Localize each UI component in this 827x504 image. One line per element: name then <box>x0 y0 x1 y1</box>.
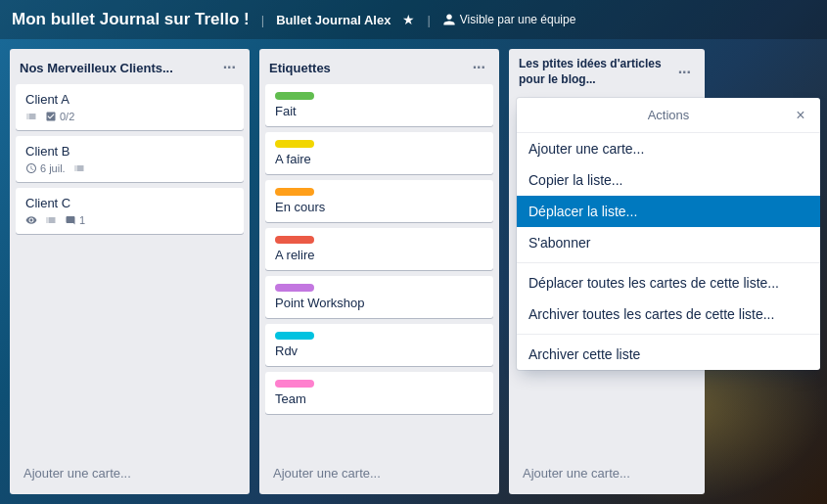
label-team-bar <box>275 380 314 388</box>
list-etiquettes: Etiquettes ··· Fait A faire En cours A r… <box>259 49 499 494</box>
label-rdv-name: Rdv <box>275 344 483 358</box>
description-icon-b <box>73 162 85 174</box>
list-clients: Nos Merveilleux Clients... ··· Client A … <box>10 49 250 494</box>
visibility-label: Visible par une équipe <box>442 13 576 26</box>
label-afaire-bar <box>275 140 314 148</box>
label-team-name: Team <box>275 391 483 406</box>
board-name: Bullet Journal Alex <box>276 13 391 27</box>
actions-popup-title: Actions <box>648 108 690 122</box>
label-arelire-bar <box>275 236 314 244</box>
card-client-c-title: Client C <box>25 196 234 210</box>
list-clients-title: Nos Merveilleux Clients... <box>20 61 173 75</box>
action-archive-list[interactable]: Archiver cette liste <box>517 339 820 370</box>
label-arelire[interactable]: A relire <box>265 228 493 270</box>
card-client-b[interactable]: Client B 6 juil. <box>16 136 244 182</box>
label-team[interactable]: Team <box>265 372 493 414</box>
action-move-all-cards[interactable]: Déplacer toutes les cartes de cette list… <box>517 267 820 298</box>
action-add-card[interactable]: Ajouter une carte... <box>517 133 820 164</box>
label-encours[interactable]: En cours <box>265 180 493 222</box>
checklist-icon: 0/2 <box>45 111 74 122</box>
label-encours-bar <box>275 188 314 196</box>
list-etiquettes-menu-button[interactable]: ··· <box>469 57 489 78</box>
list-articles-menu-button[interactable]: ··· <box>674 62 695 83</box>
card-client-a[interactable]: Client A 0/2 <box>16 84 244 130</box>
list-clients-menu-button[interactable]: ··· <box>219 57 240 78</box>
comment-count: 1 <box>79 214 85 226</box>
card-client-c-meta: 1 <box>25 214 234 226</box>
label-afaire[interactable]: A faire <box>265 132 493 174</box>
due-date-icon: 6 juil. <box>25 162 66 174</box>
action-copy-list[interactable]: Copier la liste... <box>517 164 820 196</box>
card-client-a-meta: 0/2 <box>25 111 234 122</box>
label-workshop[interactable]: Point Workshop <box>265 276 493 318</box>
add-card-etiquettes-button[interactable]: Ajouter une carte... <box>265 460 493 486</box>
list-clients-content: Client A 0/2 Client B 6 j <box>10 84 250 456</box>
action-archive-all-cards[interactable]: Archiver toutes les cartes de cette list… <box>517 298 820 330</box>
watch-icon <box>25 214 37 226</box>
label-fait-bar <box>275 92 314 100</box>
page-title: Mon bullet Journal sur Trello ! <box>12 10 250 29</box>
actions-divider <box>517 262 820 263</box>
label-encours-name: En cours <box>275 200 483 214</box>
label-arelire-name: A relire <box>275 248 483 262</box>
checklist-value: 0/2 <box>60 111 74 122</box>
add-card-clients-button[interactable]: Ajouter une carte... <box>16 460 244 486</box>
star-icon[interactable]: ★ <box>402 12 415 27</box>
card-client-c[interactable]: Client C 1 <box>16 188 244 234</box>
description-icon-c <box>45 214 57 226</box>
board: Nos Merveilleux Clients... ··· Client A … <box>0 39 827 504</box>
action-subscribe[interactable]: S'abonner <box>517 227 820 258</box>
list-etiquettes-title: Etiquettes <box>269 61 331 75</box>
header: Mon bullet Journal sur Trello ! | Bullet… <box>0 0 827 39</box>
label-rdv[interactable]: Rdv <box>265 324 493 366</box>
add-card-articles-button[interactable]: Ajouter une carte... <box>515 460 699 486</box>
due-date-value: 6 juil. <box>40 162 66 174</box>
list-articles-title: Les ptites idées d'articles pour le blog… <box>519 57 674 87</box>
list-articles-header: Les ptites idées d'articles pour le blog… <box>509 49 705 93</box>
label-workshop-name: Point Workshop <box>275 296 483 310</box>
label-afaire-name: A faire <box>275 152 483 166</box>
team-icon <box>442 13 456 26</box>
label-fait-name: Fait <box>275 104 483 118</box>
label-rdv-bar <box>275 332 314 340</box>
description-icon <box>25 111 37 122</box>
list-clients-header: Nos Merveilleux Clients... ··· <box>10 49 250 84</box>
card-client-a-title: Client A <box>25 92 234 107</box>
actions-popup-header: Actions × <box>517 98 820 133</box>
card-client-b-meta: 6 juil. <box>25 162 234 174</box>
comment-icon: 1 <box>65 214 85 226</box>
actions-divider-2 <box>517 334 820 335</box>
actions-popup: Actions × Ajouter une carte... Copier la… <box>517 98 820 370</box>
label-workshop-bar <box>275 284 314 292</box>
list-etiquettes-header: Etiquettes ··· <box>259 49 499 84</box>
label-fait[interactable]: Fait <box>265 84 493 126</box>
card-client-b-title: Client B <box>25 144 234 159</box>
actions-close-button[interactable]: × <box>789 104 812 127</box>
action-move-list[interactable]: Déplacer la liste... <box>517 196 820 227</box>
list-etiquettes-content: Fait A faire En cours A relire Point Wor… <box>259 84 499 456</box>
